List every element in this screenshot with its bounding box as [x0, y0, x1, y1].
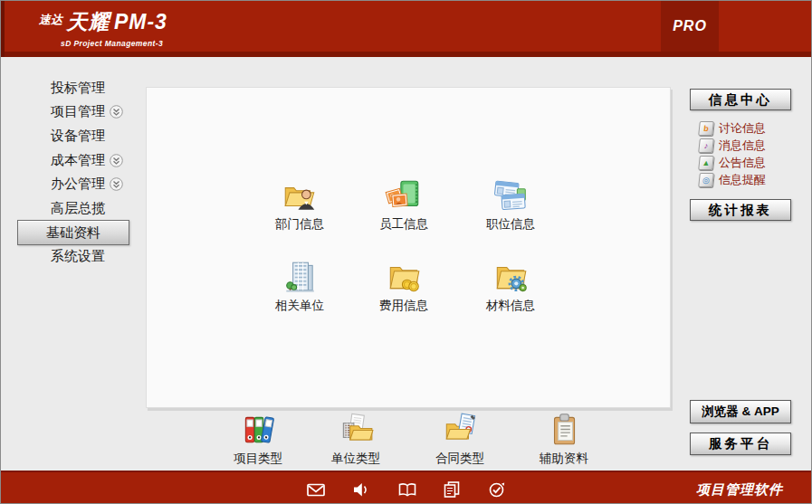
clock-check-icon[interactable]: [487, 480, 507, 499]
footer-bar: 项目管理软件: [1, 471, 812, 504]
link-announcement-info[interactable]: ▲ 公告信息: [699, 156, 766, 170]
sidebar-item-system-settings[interactable]: 系统设置: [51, 247, 105, 265]
link-discussion-info[interactable]: b 讨论信息: [699, 121, 766, 136]
link-message-info[interactable]: ♪ 消息信息: [699, 138, 766, 153]
folder-building-icon: [312, 409, 399, 449]
copy-pages-icon[interactable]: [442, 480, 462, 499]
discussion-icon: b: [698, 121, 714, 136]
id-cards-icon: [467, 175, 554, 214]
footer-brand-text: 项目管理软件: [696, 481, 783, 499]
sidebar-item-label: 设备管理: [51, 128, 105, 145]
main-content-panel: [146, 87, 671, 408]
chevron-down-icon[interactable]: [110, 105, 123, 119]
sidebar-item-label: 高层总揽: [51, 200, 105, 217]
logo-model: PM-3: [114, 10, 167, 33]
launcher-label: 相关单位: [256, 298, 343, 314]
folder-coins-icon: [360, 256, 447, 296]
app-logo: 速达 天耀 PM-3: [39, 12, 167, 33]
logo-name: 天耀: [66, 10, 110, 33]
sidebar-item-label: 系统设置: [51, 248, 105, 265]
launcher-label: 项目类型: [215, 451, 301, 467]
photos-notebook-icon: [360, 175, 447, 214]
header-bar: 速达 天耀 PM-3 sD Project Management-3 PRO: [1, 1, 812, 57]
link-label: 消息信息: [719, 138, 766, 154]
chevron-down-icon[interactable]: [110, 154, 123, 167]
sidebar-item-label: 投标管理: [51, 80, 105, 97]
launcher-contract-types[interactable]: 合同类型: [416, 409, 503, 467]
sidebar-item-equipment[interactable]: 设备管理: [51, 127, 105, 145]
sidebar-item-office[interactable]: 办公管理: [51, 175, 123, 193]
launcher-employee-info[interactable]: 员工信息: [360, 175, 447, 233]
sidebar-item-label: 办公管理: [51, 176, 105, 193]
header-divider: [1, 52, 812, 57]
launcher-label: 费用信息: [360, 298, 447, 314]
link-info-reminder[interactable]: ◎ 信息提醒: [699, 173, 766, 187]
launcher-related-units[interactable]: 相关单位: [256, 256, 343, 314]
building-icon: [256, 256, 343, 296]
sidebar-item-label: 项目管理: [51, 103, 105, 120]
info-center-button[interactable]: 信息中心: [690, 89, 791, 110]
link-label: 公告信息: [719, 155, 766, 171]
launcher-expense-info[interactable]: 费用信息: [360, 256, 447, 314]
pro-badge: PRO: [661, 1, 719, 52]
binders-icon: [215, 409, 301, 449]
browser-app-button[interactable]: 浏览器 & APP: [690, 400, 791, 423]
folder-user-icon: [256, 175, 343, 214]
launcher-label: 职位信息: [467, 216, 554, 233]
header-left-edge: [1, 1, 5, 57]
speaker-icon[interactable]: [351, 480, 371, 499]
sidebar-item-label: 成本管理: [51, 152, 105, 169]
launcher-project-types[interactable]: 项目类型: [215, 409, 301, 467]
launcher-material-info[interactable]: 材料信息: [467, 256, 554, 314]
announcement-icon: ▲: [698, 156, 714, 170]
link-label: 讨论信息: [719, 120, 766, 137]
launcher-position-info[interactable]: 职位信息: [467, 175, 554, 233]
launcher-auxiliary-data[interactable]: 辅助资料: [521, 409, 607, 467]
app-window: 速达 天耀 PM-3 sD Project Management-3 PRO 投…: [0, 0, 812, 504]
launcher-label: 材料信息: [467, 298, 554, 314]
logo-prefix: 速达: [39, 13, 62, 26]
folder-gear-icon: [467, 256, 554, 296]
launcher-label: 部门信息: [256, 216, 343, 233]
launcher-unit-types[interactable]: 单位类型: [312, 409, 399, 467]
chevron-down-icon[interactable]: [110, 177, 123, 191]
sidebar-item-basic-data-selected[interactable]: 基础资料: [17, 220, 129, 245]
statistics-reports-button[interactable]: 统计报表: [690, 199, 791, 221]
reminder-icon: ◎: [698, 173, 714, 187]
launcher-label: 合同类型: [416, 451, 503, 467]
sidebar-item-executive[interactable]: 高层总揽: [51, 199, 105, 217]
book-icon[interactable]: [396, 480, 416, 499]
sidebar-item-cost[interactable]: 成本管理: [51, 151, 123, 169]
sidebar-item-bidding[interactable]: 投标管理: [51, 79, 105, 97]
launcher-label: 员工信息: [360, 216, 447, 233]
launcher-label: 辅助资料: [521, 451, 607, 467]
logo-subtitle: sD Project Management-3: [61, 39, 163, 48]
message-icon: ♪: [698, 138, 714, 153]
launcher-department-info[interactable]: 部门信息: [256, 175, 343, 233]
sidebar-item-project[interactable]: 项目管理: [51, 102, 123, 120]
clipboard-icon: [521, 409, 607, 449]
folder-document-icon: [416, 409, 503, 449]
sidebar-item-label: 基础资料: [46, 224, 100, 242]
service-platform-button[interactable]: 服务平台: [690, 433, 791, 455]
mail-icon[interactable]: [306, 480, 326, 499]
launcher-label: 单位类型: [312, 451, 399, 467]
link-label: 信息提醒: [719, 172, 766, 188]
